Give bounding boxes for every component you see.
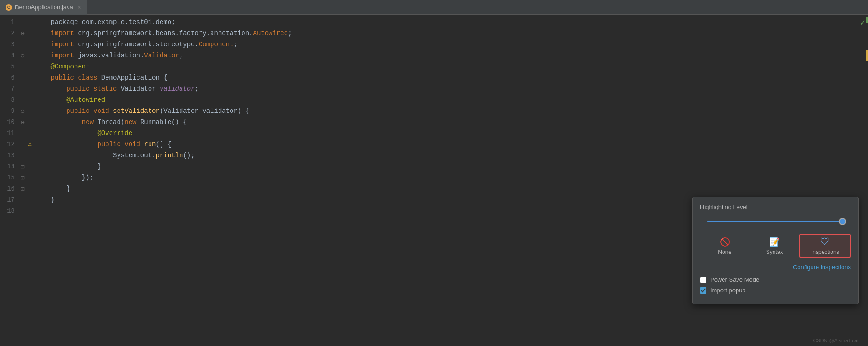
- warning-gutter: [26, 172, 34, 183]
- code-line-row: 1 package com.example.test01.demo;: [0, 17, 861, 28]
- line-number: 8: [0, 94, 19, 105]
- code-line-row: 4⊖ import javax.validation.Validator;: [0, 50, 861, 61]
- none-label: None: [718, 249, 731, 255]
- import-popup-row: Import popup: [700, 287, 851, 294]
- highlight-option-none[interactable]: 🚫 None: [700, 235, 749, 257]
- code-line-row: 8 @Autowired: [0, 94, 861, 105]
- fold-marker: [19, 150, 26, 161]
- line-number: 2: [0, 28, 19, 39]
- code-line-row: 9⊖ public void setValidator(Validator va…: [0, 105, 861, 117]
- highlight-option-inspections[interactable]: 🛡 Inspections: [799, 234, 851, 258]
- line-number: 17: [0, 194, 19, 205]
- code-content: }: [34, 183, 861, 194]
- fold-marker[interactable]: ⊖: [19, 28, 26, 39]
- code-content: System.out.println();: [34, 150, 861, 161]
- fold-marker: [19, 61, 26, 72]
- inspections-icon: 🛡: [820, 236, 830, 247]
- line-number: 10: [0, 117, 19, 128]
- line-number: 14: [0, 161, 19, 172]
- warning-gutter: [26, 117, 34, 128]
- code-line-row: 13 System.out.println();: [0, 150, 861, 161]
- warning-gutter: [26, 94, 34, 105]
- slider-thumb[interactable]: [839, 218, 846, 225]
- fold-marker: [19, 194, 26, 205]
- java-file-icon: C: [6, 4, 12, 11]
- fold-marker[interactable]: ⊡: [19, 183, 26, 194]
- none-icon: 🚫: [720, 237, 730, 247]
- line-number: 4: [0, 50, 19, 61]
- warning-gutter: [26, 205, 34, 216]
- code-content: import javax.validation.Validator;: [34, 50, 861, 61]
- syntax-label: Syntax: [766, 249, 783, 255]
- slider-track: [707, 221, 843, 222]
- code-line-row: 11 @Override: [0, 128, 861, 139]
- code-content: }: [34, 161, 861, 172]
- right-gutter: [861, 15, 868, 346]
- code-line-row: 5 @Component: [0, 61, 861, 72]
- inspections-label: Inspections: [811, 249, 839, 255]
- fold-marker: [19, 139, 26, 150]
- fold-marker: [19, 205, 26, 216]
- warning-gutter: [26, 150, 34, 161]
- code-content: public void setValidator(Validator valid…: [34, 105, 861, 117]
- warning-gutter: [26, 183, 34, 194]
- line-number: 16: [0, 183, 19, 194]
- line-number: 3: [0, 39, 19, 50]
- highlight-option-syntax[interactable]: 📝 Syntax: [749, 235, 799, 257]
- code-content: @Component: [34, 61, 861, 72]
- line-number: 7: [0, 83, 19, 94]
- code-content: public static Validator validator;: [34, 83, 861, 94]
- warning-gutter: [26, 28, 34, 39]
- fold-marker: [19, 83, 26, 94]
- line-number: 9: [0, 105, 19, 117]
- watermark: CSDN @A small cat: [813, 338, 859, 343]
- code-line-row: 15⊡ });: [0, 172, 861, 183]
- code-line-row: 12⚠ public void run() {: [0, 139, 861, 150]
- power-save-checkbox[interactable]: [700, 277, 706, 283]
- line-number: 13: [0, 150, 19, 161]
- slider-fill: [707, 221, 843, 222]
- warning-gutter: ⚠: [26, 139, 34, 150]
- fold-marker[interactable]: ⊖: [19, 50, 26, 61]
- line-number: 12: [0, 139, 19, 150]
- code-line-row: 14⊡ }: [0, 161, 861, 172]
- fold-marker[interactable]: ⊡: [19, 172, 26, 183]
- editor-area: 1 package com.example.test01.demo;2⊖ imp…: [0, 15, 868, 346]
- code-line-row: 16⊡ }: [0, 183, 861, 194]
- import-popup-checkbox[interactable]: [700, 287, 706, 294]
- code-content: new Thread(new Runnable() {: [34, 117, 861, 128]
- line-number: 1: [0, 17, 19, 28]
- slider-area: [700, 217, 851, 226]
- import-popup-label: Import popup: [710, 287, 746, 294]
- tab-bar: C DemoApplication.java ×: [0, 0, 868, 15]
- fold-marker[interactable]: ⊖: [19, 105, 26, 117]
- code-line-row: 10⊖ new Thread(new Runnable() {: [0, 117, 861, 128]
- tab-close-button[interactable]: ×: [78, 4, 81, 11]
- fold-marker: [19, 17, 26, 28]
- warning-gutter: [26, 17, 34, 28]
- code-line-row: 3 import org.springframework.stereotype.…: [0, 39, 861, 50]
- warning-gutter: [26, 194, 34, 205]
- code-content: });: [34, 172, 861, 183]
- code-content: import org.springframework.beans.factory…: [34, 28, 861, 39]
- code-content: package com.example.test01.demo;: [34, 17, 861, 28]
- fold-marker[interactable]: ⊖: [19, 117, 26, 128]
- fold-marker: [19, 39, 26, 50]
- fold-marker: [19, 94, 26, 105]
- power-save-label: Power Save Mode: [710, 276, 759, 283]
- fold-marker: [19, 72, 26, 83]
- warning-gutter: [26, 128, 34, 139]
- code-content: @Autowired: [34, 94, 861, 105]
- panel-title: Highlighting Level: [700, 204, 851, 210]
- code-content: @Override: [34, 128, 861, 139]
- code-line-row: 6 public class DemoApplication {: [0, 72, 861, 83]
- code-content: public class DemoApplication {: [34, 72, 861, 83]
- code-line-row: 2⊖ import org.springframework.beans.fact…: [0, 28, 861, 39]
- configure-inspections-link[interactable]: Configure inspections: [700, 264, 851, 271]
- tab-filename: DemoApplication.java: [15, 4, 73, 11]
- fold-marker[interactable]: ⊡: [19, 161, 26, 172]
- line-number: 11: [0, 128, 19, 139]
- file-tab[interactable]: C DemoApplication.java ×: [0, 0, 87, 15]
- line-number: 6: [0, 72, 19, 83]
- fold-marker: [19, 128, 26, 139]
